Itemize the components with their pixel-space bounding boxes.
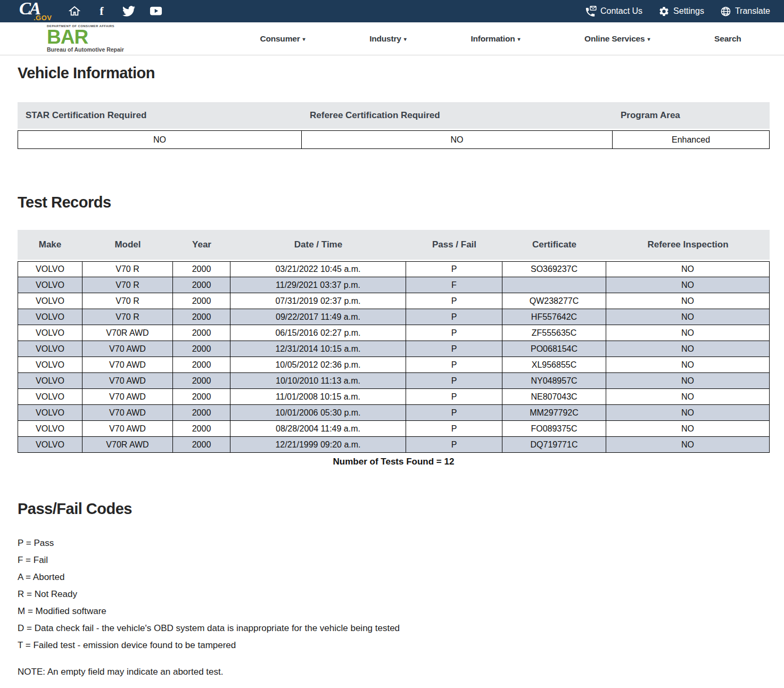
table-row: VOLVOV70 R200003/21/2022 10:45 a.m.PSO36… bbox=[18, 261, 770, 277]
nav-item-consumer[interactable]: Consumer ▾ bbox=[260, 34, 305, 44]
table-cell: VOLVO bbox=[18, 373, 82, 389]
table-cell: VOLVO bbox=[18, 261, 82, 277]
table-cell: P bbox=[406, 325, 502, 341]
contact-icon bbox=[584, 6, 597, 16]
twitter-icon[interactable] bbox=[122, 5, 135, 18]
table-cell: 2000 bbox=[173, 325, 230, 341]
table-cell: V70 R bbox=[82, 293, 173, 309]
home-icon[interactable] bbox=[68, 5, 81, 18]
table-cell: NO bbox=[606, 341, 770, 357]
nav-item-search[interactable]: Search bbox=[714, 34, 741, 44]
chevron-down-icon: ▾ bbox=[302, 36, 305, 42]
translate-link[interactable]: Translate bbox=[720, 6, 770, 17]
table-cell: V70R AWD bbox=[82, 437, 173, 453]
table-cell: VOLVO bbox=[18, 437, 82, 453]
table-cell: VOLVO bbox=[18, 421, 82, 437]
table-cell: NO bbox=[606, 373, 770, 389]
passfail-code-line: M = Modified software bbox=[18, 606, 770, 617]
table-cell: QW238277C bbox=[502, 293, 606, 309]
column-header-referee-certification: Referee Certification Required bbox=[302, 102, 613, 130]
column-header-year: Year bbox=[173, 230, 230, 261]
table-cell: VOLVO bbox=[18, 405, 82, 421]
table-cell: 12/21/1999 09:20 a.m. bbox=[230, 437, 406, 453]
table-cell: VOLVO bbox=[18, 341, 82, 357]
table-row: VOLVOV70 AWD200010/05/2012 02:36 p.m.PXL… bbox=[18, 357, 770, 373]
table-cell: V70 AWD bbox=[82, 341, 173, 357]
table-cell: 10/01/2006 05:30 p.m. bbox=[230, 405, 406, 421]
table-row: VOLVOV70R AWD200012/21/1999 09:20 a.m.PD… bbox=[18, 437, 770, 453]
chevron-down-icon: ▾ bbox=[647, 36, 650, 42]
cagov-logo[interactable]: CA .GOV bbox=[14, 0, 59, 22]
table-cell: NO bbox=[606, 405, 770, 421]
table-cell: 2000 bbox=[173, 261, 230, 277]
nav-item-industry[interactable]: Industry ▾ bbox=[369, 34, 406, 44]
table-cell: VOLVO bbox=[18, 293, 82, 309]
table-cell: P bbox=[406, 373, 502, 389]
table-cell: P bbox=[406, 421, 502, 437]
table-cell: NO bbox=[606, 309, 770, 325]
table-cell: 12/31/2014 10:15 a.m. bbox=[230, 341, 406, 357]
table-cell: 07/31/2019 02:37 p.m. bbox=[230, 293, 406, 309]
table-cell: 2000 bbox=[173, 437, 230, 453]
table-cell: 06/15/2016 02:27 p.m. bbox=[230, 325, 406, 341]
table-cell: VOLVO bbox=[18, 325, 82, 341]
table-cell: 2000 bbox=[173, 277, 230, 293]
site-header: DEPARTMENT OF CONSUMER AFFAIRS BAR Burea… bbox=[0, 22, 784, 55]
table-cell: VOLVO bbox=[18, 389, 82, 405]
table-cell: NO bbox=[606, 261, 770, 277]
settings-link[interactable]: Settings bbox=[658, 6, 704, 17]
globe-icon bbox=[720, 6, 731, 17]
table-row: VOLVOV70 AWD200010/10/2010 11:13 a.m.PNY… bbox=[18, 373, 770, 389]
table-cell: 2000 bbox=[173, 373, 230, 389]
table-row: VOLVOV70 R200009/22/2017 11:49 a.m.PHF55… bbox=[18, 309, 770, 325]
table-cell: P bbox=[406, 341, 502, 357]
facebook-icon[interactable]: f bbox=[95, 5, 108, 18]
table-cell: 2000 bbox=[173, 357, 230, 373]
passfail-codes-title: Pass/Fail Codes bbox=[18, 467, 770, 518]
nav-item-information[interactable]: Information ▾ bbox=[471, 34, 520, 44]
column-header-pass-fail: Pass / Fail bbox=[406, 230, 502, 261]
topbar-links: Contact Us Settings Translate bbox=[584, 6, 770, 17]
test-records-title: Test Records bbox=[18, 149, 770, 211]
column-header-model: Model bbox=[82, 230, 173, 261]
table-row: VOLVOV70 AWD200010/01/2006 05:30 p.m.PMM… bbox=[18, 405, 770, 421]
table-cell: XL956855C bbox=[502, 357, 606, 373]
table-cell: SO369237C bbox=[502, 261, 606, 277]
column-header-star-certification: STAR Certification Required bbox=[18, 102, 302, 130]
table-cell: P bbox=[406, 293, 502, 309]
table-cell: F bbox=[406, 277, 502, 293]
contact-us-link[interactable]: Contact Us bbox=[584, 6, 642, 16]
table-cell bbox=[502, 277, 606, 293]
vehicle-information-title: Vehicle Information bbox=[18, 55, 770, 82]
social-icons: f bbox=[68, 5, 162, 18]
table-row: VOLVOV70 R200011/29/2021 03:37 p.m.FNO bbox=[18, 277, 770, 293]
referee-certification-value: NO bbox=[302, 130, 613, 149]
table-cell: 10/10/2010 11:13 a.m. bbox=[230, 373, 406, 389]
column-header-certificate: Certificate bbox=[502, 230, 606, 261]
table-cell: P bbox=[406, 309, 502, 325]
table-cell: HF557642C bbox=[502, 309, 606, 325]
test-records-header-row: Make Model Year Date / Time Pass / Fail … bbox=[18, 230, 770, 261]
nav-item-online-services[interactable]: Online Services ▾ bbox=[584, 34, 650, 44]
table-cell: NO bbox=[606, 437, 770, 453]
settings-label: Settings bbox=[673, 6, 704, 16]
passfail-codes-list: P = PassF = FailA = AbortedR = Not Ready… bbox=[18, 538, 770, 651]
table-cell: V70 R bbox=[82, 277, 173, 293]
cagov-logo-gov: .GOV bbox=[34, 14, 52, 22]
gear-icon bbox=[658, 6, 670, 17]
vehicle-info-value-row: NO NO Enhanced bbox=[18, 130, 770, 149]
star-certification-value: NO bbox=[18, 130, 302, 149]
table-cell: NO bbox=[606, 293, 770, 309]
table-cell: 11/29/2021 03:37 p.m. bbox=[230, 277, 406, 293]
table-cell: DQ719771C bbox=[502, 437, 606, 453]
passfail-code-line: R = Not Ready bbox=[18, 589, 770, 600]
chevron-down-icon: ▾ bbox=[404, 36, 407, 42]
bar-logo[interactable]: DEPARTMENT OF CONSUMER AFFAIRS BAR Burea… bbox=[47, 24, 124, 53]
test-records-table: Make Model Year Date / Time Pass / Fail … bbox=[18, 230, 770, 453]
table-row: VOLVOV70 AWD200008/28/2004 11:49 a.m.PFO… bbox=[18, 421, 770, 437]
table-cell: P bbox=[406, 405, 502, 421]
table-cell: 2000 bbox=[173, 421, 230, 437]
bar-logo-letters: BAR bbox=[47, 28, 124, 46]
youtube-icon[interactable] bbox=[150, 5, 162, 18]
table-cell: NO bbox=[606, 357, 770, 373]
